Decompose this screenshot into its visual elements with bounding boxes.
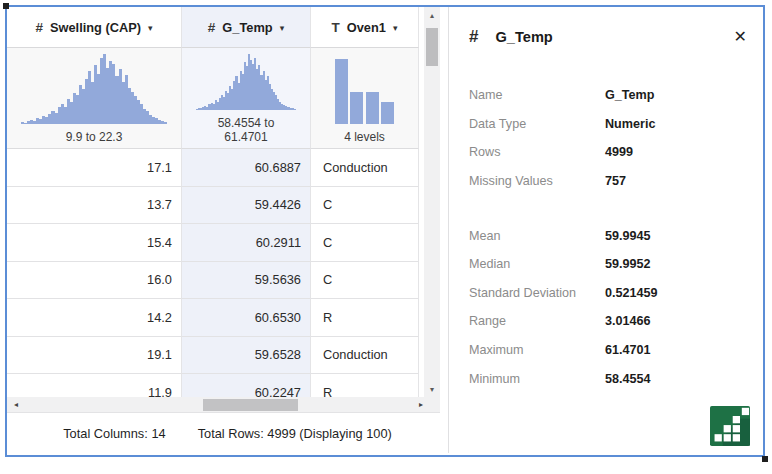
column-header-oven1[interactable]: T Oven1 ▾ (311, 7, 419, 48)
stat-label: Median (469, 257, 605, 271)
table-cell[interactable]: C (311, 262, 419, 300)
stat-field: Missing Values757 (469, 167, 751, 196)
data-rows: 17.160.6887Conduction13.759.4426C15.460.… (7, 149, 448, 397)
stat-label: Name (469, 88, 605, 102)
table-cell[interactable]: 59.6528 (182, 337, 311, 375)
table-cell[interactable]: 14.2 (7, 299, 182, 337)
stat-label: Rows (469, 145, 605, 159)
table-cell[interactable]: Conduction (311, 149, 419, 187)
stat-label: Range (469, 314, 605, 328)
column-detail-panel: # G_Temp ✕ NameG_TempData TypeNumericRow… (449, 7, 763, 453)
table-pane: # Swelling (CAP) ▾ # G_Temp ▾ T Oven1 ▾ (7, 7, 448, 453)
screenshot-root: # Swelling (CAP) ▾ # G_Temp ▾ T Oven1 ▾ (0, 0, 772, 474)
table-cell[interactable]: 11.9 (7, 374, 182, 397)
table-row: 11.960.2247R (7, 374, 448, 397)
bar (350, 92, 363, 124)
scroll-right-icon[interactable]: ▸ (414, 397, 428, 413)
data-table-window: # Swelling (CAP) ▾ # G_Temp ▾ T Oven1 ▾ (5, 5, 765, 457)
table-cell[interactable]: 60.6530 (182, 299, 311, 337)
stat-value: 757 (605, 174, 626, 188)
column-name: Oven1 (347, 20, 386, 35)
summary-swelling[interactable]: 9.9 to 22.3 (7, 48, 182, 149)
column-header-row: # Swelling (CAP) ▾ # G_Temp ▾ T Oven1 ▾ (7, 7, 448, 48)
stat-value: 59.9952 (605, 257, 651, 271)
numeric-type-icon: # (469, 27, 478, 47)
column-header-swelling[interactable]: # Swelling (CAP) ▾ (7, 7, 182, 48)
horizontal-scrollbar-thumb[interactable] (203, 399, 298, 411)
table-cell[interactable]: 60.6887 (182, 149, 311, 187)
scroll-up-icon[interactable]: ▴ (424, 11, 440, 20)
stat-value: Numeric (605, 117, 655, 131)
stat-label: Maximum (469, 343, 605, 357)
summary-gtemp[interactable]: 58.4554 to 61.4701 (182, 48, 311, 149)
stat-value: 58.4554 (605, 372, 651, 386)
crop-handle (3, 3, 9, 9)
total-columns-label: Total Columns: 14 (63, 426, 165, 441)
table-cell[interactable]: 13.7 (7, 187, 182, 225)
scroll-left-icon[interactable]: ◂ (9, 397, 23, 413)
stat-value: G_Temp (605, 88, 654, 102)
table-row: 17.160.6887Conduction (7, 149, 448, 187)
stat-field: Range3.01466 (469, 307, 751, 336)
table-footer: Total Columns: 14 Total Rows: 4999 (Disp… (7, 414, 448, 453)
histogram-swelling (21, 54, 167, 124)
stat-field: Minimum58.4554 (469, 364, 751, 393)
close-icon[interactable]: ✕ (732, 27, 749, 47)
column-menu-caret-icon[interactable]: ▾ (280, 21, 285, 33)
scroll-down-icon[interactable]: ▾ (424, 385, 440, 394)
stat-field: Standard Deviation0.521459 (469, 279, 751, 308)
bar-chart-oven1 (325, 54, 404, 124)
stat-value: 61.4701 (605, 343, 651, 357)
vertical-scrollbar-thumb[interactable] (426, 28, 438, 66)
table-cell[interactable]: 60.2911 (182, 224, 311, 262)
table-row: 15.460.2911C (7, 224, 448, 262)
stat-label: Missing Values (469, 174, 605, 188)
panel-title: G_Temp (495, 29, 552, 45)
stat-value: 59.9945 (605, 229, 651, 243)
table-cell[interactable]: 59.4426 (182, 187, 311, 225)
table-cell[interactable]: 17.1 (7, 149, 182, 187)
summary-oven1[interactable]: 4 levels (311, 48, 419, 149)
table-cell[interactable]: 19.1 (7, 337, 182, 375)
column-name: Swelling (CAP) (50, 20, 141, 35)
histogram-gtemp (196, 54, 296, 110)
column-summary-row: 9.9 to 22.3 58.4554 to 61.4701 4 levels (7, 48, 448, 149)
total-rows-label: Total Rows: 4999 (Displaying 100) (198, 426, 392, 441)
horizontal-scrollbar[interactable]: ◂ ▸ (7, 397, 440, 413)
table-cell[interactable]: C (311, 224, 419, 262)
table-cell[interactable]: R (311, 299, 419, 337)
numeric-type-icon: # (35, 20, 43, 35)
column-menu-caret-icon[interactable]: ▾ (393, 21, 398, 33)
numeric-type-icon: # (208, 20, 216, 35)
bar (335, 59, 348, 124)
stat-field: Data TypeNumeric (469, 110, 751, 139)
table-cell[interactable]: C (311, 187, 419, 225)
stat-label: Mean (469, 229, 605, 243)
column-name: G_Temp (222, 20, 272, 35)
table-row: 16.059.5636C (7, 262, 448, 300)
summary-range-label: 58.4554 to 61.4701 (196, 110, 296, 144)
column-header-gtemp[interactable]: # G_Temp ▾ (182, 7, 311, 48)
bar (381, 102, 394, 124)
table-cell[interactable]: 15.4 (7, 224, 182, 262)
stat-label: Data Type (469, 117, 605, 131)
summary-levels-label: 4 levels (325, 124, 404, 144)
stats-chart-icon[interactable] (710, 406, 750, 446)
table-cell[interactable]: 16.0 (7, 262, 182, 300)
text-type-icon: T (332, 20, 340, 35)
stat-label: Standard Deviation (469, 286, 605, 300)
table-cell[interactable]: 59.5636 (182, 262, 311, 300)
stat-field: Mean59.9945 (469, 221, 751, 250)
table-row: 14.260.6530R (7, 299, 448, 337)
stat-value: 3.01466 (605, 314, 651, 328)
stat-value: 0.521459 (605, 286, 658, 300)
stat-field: NameG_Temp (469, 81, 751, 110)
panel-header: # G_Temp ✕ (469, 24, 749, 50)
column-menu-caret-icon[interactable]: ▾ (148, 21, 153, 33)
table-cell[interactable]: 60.2247 (182, 374, 311, 397)
vertical-scrollbar[interactable]: ▴ ▾ (424, 7, 440, 397)
stat-field: Median59.9952 (469, 250, 751, 279)
table-cell[interactable]: Conduction (311, 337, 419, 375)
table-cell[interactable]: R (311, 374, 419, 397)
stat-value: 4999 (605, 145, 633, 159)
